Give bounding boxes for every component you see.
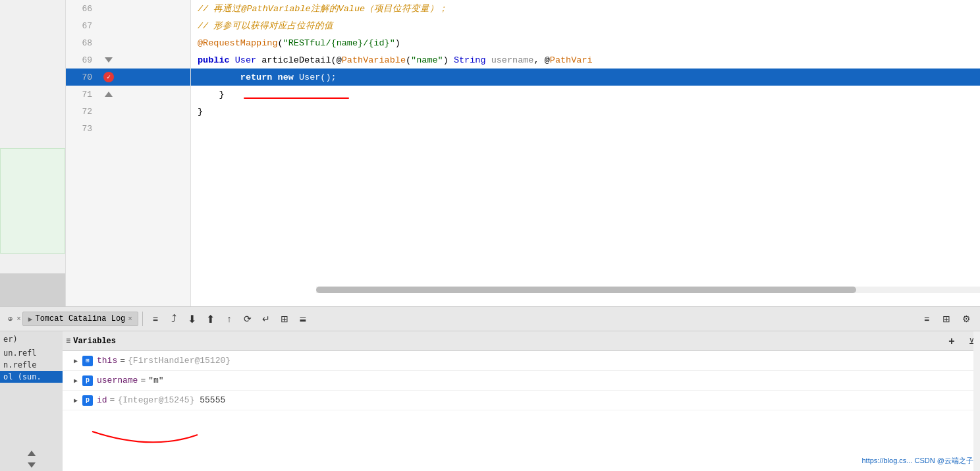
variables-panel: er) un.refl n.refle ol (sun. ≡ Variables… [0,331,980,471]
scrollbar-thumb[interactable] [316,287,856,293]
gutter: 66 67 68 69 70 71 [66,0,191,306]
tomcat-tab-close[interactable]: × [128,315,132,323]
code-line-67: // 形参可以获得对应占位符的值 [191,17,980,34]
var-name-this: this [97,356,117,366]
toolbar-btn-align[interactable]: ≡ [147,310,164,327]
debug-pin-button[interactable]: ⊕ [5,313,15,325]
debug-close-left[interactable]: × [16,315,21,323]
var-value-id: 55555 [200,395,225,405]
var-sidebar-item-4[interactable]: ol (sun. [0,371,63,383]
var-toolbar-row: ≡ Variables + ⊻ [63,331,980,351]
line-number-71: 71 [66,90,99,99]
var-expand-id[interactable]: ▶ [69,394,82,407]
toolbar-btn-evaluate[interactable]: ⟳ [239,310,256,327]
watermark-text: https://blog.cs... CSDN @云端之子 [862,457,974,464]
line-icon-70 [99,72,119,82]
line-number-70: 70 [66,72,99,82]
var-type-badge-this: ⊞ [82,356,93,366]
var-sidebar-item-3: n.refle [0,359,63,371]
line-number-73: 73 [66,124,99,134]
tomcat-tab[interactable]: ▶ Tomcat Catalina Log × [22,312,138,326]
line-row-68: 68 [66,34,190,51]
breakpoint-icon[interactable] [103,72,114,82]
toolbar-separator-1 [142,312,143,326]
line-row-73: 73 [66,120,190,137]
line-row-71: 71 [66,86,190,103]
var-expand-username[interactable]: ▶ [69,374,82,387]
left-panel [0,0,66,306]
var-add-btn[interactable]: + [943,333,960,350]
tomcat-tab-label: Tomcat Catalina Log [35,314,125,323]
toolbar-btn-enter[interactable]: ↵ [258,310,275,327]
code-line-71: } [191,86,980,103]
line-row-69: 69 [66,51,190,69]
toolbar-btn-right-2[interactable]: ⊞ [938,310,955,327]
code-line-72: } [191,103,980,120]
toolbar-right: ≡ ⊞ ⚙ [918,310,975,327]
arrow-down-icon [105,57,113,63]
tomcat-icon: ▶ [28,315,33,323]
arrow-up-icon [105,92,113,97]
toolbar-btn-lines[interactable]: ≣ [294,310,312,327]
line-number-72: 72 [66,107,99,117]
code-line-69: public User articleDetail(@PathVariable(… [191,51,980,69]
code-line-66: // 再通过@PathVariable注解的Value（项目位符变量）； [191,0,980,17]
var-row-id[interactable]: ▶ p id = {Integer@15245} 55555 [63,391,980,410]
vertical-scrollbar[interactable] [973,331,980,471]
var-row-username[interactable]: ▶ p username = "m" [63,371,980,391]
var-type-badge-username: p [82,375,93,386]
line-icon-69 [99,57,119,63]
red-annotation-line-71 [244,97,349,99]
toolbar-btn-right-1[interactable]: ≡ [918,310,935,327]
line-row-67: 67 [66,17,190,34]
line-row-72: 72 [66,103,190,120]
var-equals-username: = [140,375,146,385]
line-row-70: 70 [66,69,190,86]
line-number-68: 68 [66,38,99,48]
var-main-content: ≡ Variables + ⊻ ▶ ⊞ this = {FirstHandler… [63,331,980,471]
toolbar-btn-step-into[interactable]: ⬇ [184,310,201,327]
line-icon-71 [99,92,119,97]
editor-area: 66 67 68 69 70 71 [0,0,980,306]
line-number-67: 67 [66,21,99,31]
code-area[interactable]: // 再通过@PathVariable注解的Value（项目位符变量）； // … [191,0,980,306]
var-ref-this: {FirstHandler@15120} [128,356,231,366]
var-sidebar-item-1: er) [0,331,63,347]
toolbar-btn-run-to[interactable]: ↑ [221,310,238,327]
code-line-68: @RequestMapping("RESTful/{name}/{id}") [191,34,980,51]
var-ref-id: {Integer@15245} [117,395,194,405]
var-type-badge-id: p [82,395,93,406]
var-value-username: "m" [148,375,163,385]
code-line-73 [191,120,980,137]
toolbar-btn-step-out[interactable]: ⬆ [202,310,219,327]
horizontal-scrollbar[interactable] [316,287,980,293]
var-scroll-down[interactable] [28,462,36,468]
debug-toolbar: ⊕ × ▶ Tomcat Catalina Log × ≡ ⤴ ⬇ ⬆ ↑ ⟳ … [0,306,980,331]
var-sidebar-item-2: un.refl [0,347,63,359]
var-equals-this: = [120,356,125,366]
variables-title: Variables [73,337,116,346]
var-left-sidebar: er) un.refl n.refle ol (sun. [0,331,63,471]
var-scroll-controls [0,447,63,471]
var-name-id: id [97,395,107,405]
toolbar-btn-grid[interactable]: ⊞ [276,310,293,327]
var-expand-this[interactable]: ▶ [69,354,82,368]
watermark: https://blog.cs... CSDN @云端之子 [862,456,974,466]
line-number-66: 66 [66,4,99,14]
line-row-66: 66 [66,0,190,17]
var-scroll-up[interactable] [28,451,36,456]
var-name-username: username [97,375,138,385]
var-equals-id: = [110,395,115,405]
var-row-this[interactable]: ▶ ⊞ this = {FirstHandler@15120} [63,351,980,371]
toolbar-btn-settings[interactable]: ⚙ [958,310,975,327]
line-number-69: 69 [66,55,99,65]
variables-icon: ≡ [66,337,70,346]
code-line-70: return new User(); [191,69,980,86]
toolbar-btn-step-over[interactable]: ⤴ [165,310,182,327]
